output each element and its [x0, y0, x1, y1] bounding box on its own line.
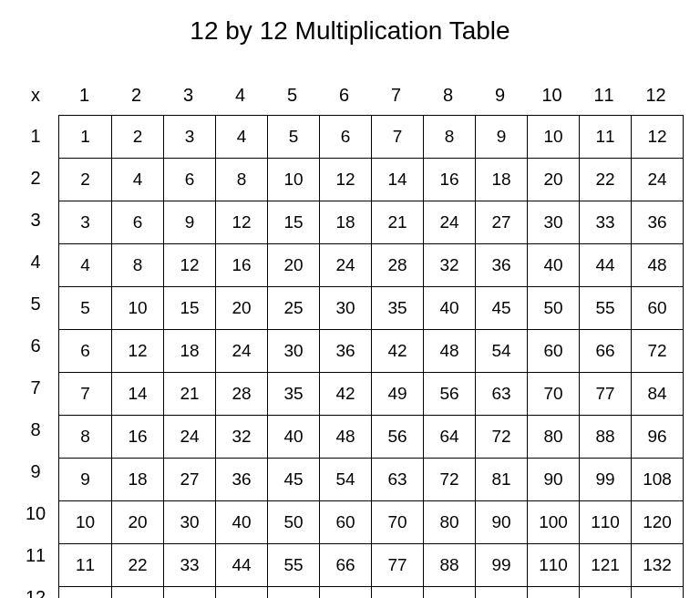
table-cell: 99 [475, 544, 527, 586]
table-cell: 60 [527, 330, 579, 372]
table-cell: 99 [579, 459, 631, 500]
table-cell: 22 [111, 544, 163, 586]
table-cell: 5 [267, 116, 319, 158]
table-cell: 30 [267, 330, 319, 372]
table-cell: 55 [579, 287, 631, 329]
table-cell: 60 [319, 501, 371, 543]
table-cell: 7 [59, 373, 111, 415]
table-cell: 3 [59, 201, 111, 243]
table-cell: 15 [267, 201, 319, 243]
column-header-row: x 1 2 3 4 5 6 7 8 9 10 11 12 [13, 75, 687, 115]
table-cell: 110 [579, 501, 631, 543]
table-cell: 60 [631, 287, 683, 329]
row-header: 3 [13, 199, 58, 241]
table-cell: 45 [267, 459, 319, 500]
table-cell: 44 [215, 544, 267, 586]
table-cell: 120 [631, 501, 683, 543]
table-cell: 35 [371, 287, 423, 329]
table-cell: 88 [423, 544, 475, 586]
table-cell: 49 [371, 373, 423, 415]
col-header: 1 [58, 85, 110, 106]
table-cell: 11 [579, 116, 631, 158]
table-cell: 66 [319, 544, 371, 586]
page-title: 12 by 12 Multiplication Table [13, 16, 687, 46]
table-cell: 66 [579, 330, 631, 372]
col-header: 6 [318, 85, 370, 106]
table-cell: 35 [267, 373, 319, 415]
table-row: 81624324048566472808896 [59, 415, 683, 458]
table-cell: 80 [527, 416, 579, 458]
row-header: 9 [13, 450, 58, 492]
table-cell: 54 [475, 330, 527, 372]
table-cell: 48 [631, 244, 683, 286]
table-cell: 28 [215, 373, 267, 415]
table-cell: 5 [59, 287, 111, 329]
table-cell: 24 [319, 244, 371, 286]
col-header: 2 [110, 85, 162, 106]
table-cell: 6 [59, 330, 111, 372]
table-cell: 12 [319, 159, 371, 201]
table-grid: 1234567891011122468101214161820222436912… [58, 115, 684, 598]
table-cell: 18 [111, 459, 163, 500]
table-cell: 42 [319, 373, 371, 415]
table-cell: 36 [215, 459, 267, 500]
table-cell: 2 [59, 159, 111, 201]
table-cell: 50 [527, 287, 579, 329]
row-header: 7 [13, 366, 58, 408]
table-cell: 44 [579, 244, 631, 286]
table-cell: 27 [163, 459, 215, 500]
row-header: 4 [13, 241, 58, 283]
table-row: 1224364860728496108120132144 [59, 586, 683, 598]
table-cell: 108 [631, 459, 683, 500]
row-header: 1 [13, 115, 58, 157]
table-cell: 40 [423, 287, 475, 329]
table-cell: 70 [371, 501, 423, 543]
table-cell: 56 [371, 416, 423, 458]
table-cell: 14 [371, 159, 423, 201]
table-row: 24681012141618202224 [59, 158, 683, 201]
col-header: 5 [266, 85, 318, 106]
table-row: 369121518212427303336 [59, 201, 683, 243]
table-cell: 18 [319, 201, 371, 243]
table-row: 112233445566778899110121132 [59, 543, 683, 586]
table-cell: 14 [111, 373, 163, 415]
table-cell: 77 [579, 373, 631, 415]
table-cell: 36 [475, 244, 527, 286]
table-cell: 64 [423, 416, 475, 458]
table-cell: 33 [579, 201, 631, 243]
table-cell: 24 [111, 587, 163, 598]
table-cell: 10 [59, 501, 111, 543]
table-cell: 50 [267, 501, 319, 543]
table-cell: 25 [267, 287, 319, 329]
table-cell: 8 [59, 416, 111, 458]
table-cell: 72 [319, 587, 371, 598]
row-header: 6 [13, 325, 58, 366]
table-cell: 100 [527, 501, 579, 543]
table-cell: 28 [371, 244, 423, 286]
table-cell: 12 [631, 116, 683, 158]
table-cell: 8 [423, 116, 475, 158]
table-cell: 77 [371, 544, 423, 586]
table-cell: 72 [631, 330, 683, 372]
table-cell: 4 [111, 159, 163, 201]
table-cell: 2 [111, 116, 163, 158]
col-header: 7 [370, 85, 422, 106]
table-cell: 21 [163, 373, 215, 415]
col-header: 3 [162, 85, 214, 106]
row-header-column: 1 2 3 4 5 6 7 8 9 10 11 12 [13, 115, 58, 598]
table-cell: 24 [163, 416, 215, 458]
table-cell: 1 [59, 116, 111, 158]
table-cell: 70 [527, 373, 579, 415]
table-cell: 20 [267, 244, 319, 286]
table-cell: 30 [163, 501, 215, 543]
table-cell: 72 [475, 416, 527, 458]
table-cell: 9 [475, 116, 527, 158]
col-header: 12 [630, 85, 682, 106]
table-cell: 108 [475, 587, 527, 598]
table-cell: 9 [163, 201, 215, 243]
col-header: 8 [422, 85, 474, 106]
table-row: 4812162024283236404448 [59, 243, 683, 286]
table-cell: 48 [319, 416, 371, 458]
table-cell: 121 [579, 544, 631, 586]
table-cell: 32 [215, 416, 267, 458]
